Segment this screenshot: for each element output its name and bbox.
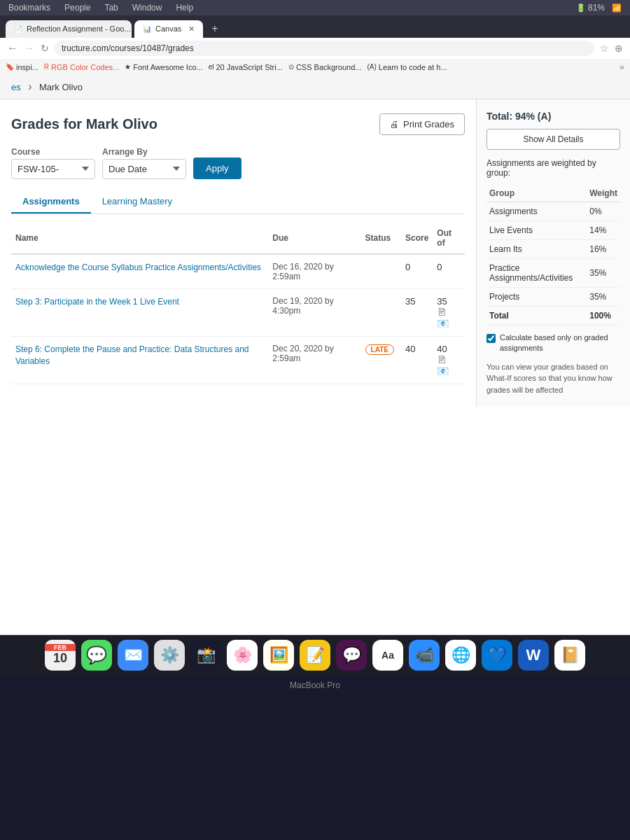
action-icons-2: 🖹 📧 bbox=[437, 354, 461, 377]
dock-word[interactable]: W bbox=[518, 640, 549, 671]
cell-score-0: 0 bbox=[401, 254, 433, 289]
show-all-details-button[interactable]: Show All Details bbox=[486, 129, 620, 150]
breadcrumb-parent[interactable]: es bbox=[11, 82, 21, 92]
dock-screenshot[interactable]: 📸 bbox=[190, 640, 221, 671]
forward-icon[interactable]: → bbox=[24, 42, 35, 55]
cell-due-0: Dec 16, 2020 by 2:59am bbox=[268, 254, 360, 289]
main-area: Grades for Mark Olivo 🖨 Print Grades Cou… bbox=[0, 99, 476, 407]
printer-icon: 🖨 bbox=[390, 119, 399, 130]
course-select[interactable]: FSW-105- bbox=[11, 159, 95, 179]
assignment-link-1[interactable]: Step 3: Participate in the Week 1 Live E… bbox=[15, 297, 179, 307]
weight-group-1: Live Events bbox=[486, 221, 587, 240]
bookmark-2[interactable]: ★ Font Awesome Ico... bbox=[125, 63, 202, 71]
dock-photos2[interactable]: 🖼️ bbox=[263, 640, 294, 671]
late-badge-2: LATE bbox=[365, 344, 394, 355]
arrange-filter-label: Arrange By bbox=[102, 147, 186, 157]
dock-vscode[interactable]: 💙 bbox=[482, 640, 512, 671]
dock-chrome[interactable]: 🌐 bbox=[445, 640, 476, 671]
bookmark-icon-2: ★ bbox=[125, 63, 131, 71]
dock-slack[interactable]: 💬 bbox=[336, 640, 367, 671]
tab-learning-mastery[interactable]: Learning Mastery bbox=[91, 190, 183, 214]
tab-close-1[interactable]: ✕ bbox=[188, 24, 195, 34]
zoom-icon[interactable]: ⊕ bbox=[615, 43, 623, 54]
bookmarks-more-icon[interactable]: » bbox=[620, 62, 624, 72]
print-grades-button[interactable]: 🖨 Print Grades bbox=[379, 113, 465, 135]
bookmark-3[interactable]: el 20 JavaScript Stri... bbox=[209, 63, 283, 71]
bookmark-5[interactable]: (A) Learn to code at h... bbox=[367, 63, 447, 71]
address-input[interactable] bbox=[55, 41, 594, 56]
assignment-link-2[interactable]: Step 6: Complete the Pause and Practice:… bbox=[15, 344, 249, 366]
star-icon[interactable]: ☆ bbox=[600, 43, 609, 54]
dock-notes2[interactable]: 📔 bbox=[554, 640, 585, 671]
breadcrumb-current: Mark Olivo bbox=[39, 82, 83, 92]
weight-table-row: Projects 35% bbox=[486, 288, 620, 307]
weight-table-row: Total 100% bbox=[486, 307, 620, 326]
dock-fonts[interactable]: Aa bbox=[372, 640, 403, 671]
macbook-label: MacBook Pro bbox=[290, 680, 340, 690]
weight-value-1: 14% bbox=[587, 221, 620, 240]
weight-value-0: 0% bbox=[587, 202, 620, 221]
calculate-checkbox[interactable] bbox=[486, 334, 496, 343]
weight-table-row: Learn Its 16% bbox=[486, 240, 620, 259]
bookmark-0[interactable]: 🔖 inspi... bbox=[6, 63, 38, 71]
title-row: Grades for Mark Olivo 🖨 Print Grades bbox=[11, 113, 465, 135]
weight-value-5: 100% bbox=[587, 307, 620, 326]
filter-row: Course FSW-105- Arrange By Due Date Appl… bbox=[11, 146, 465, 179]
menu-help[interactable]: Help bbox=[176, 3, 193, 13]
bookmark-label-4: CSS Background... bbox=[296, 63, 362, 71]
right-sidebar: Total: 94% (A) Show All Details Assignme… bbox=[476, 99, 630, 407]
bookmark-label-3: 20 JavaScript Stri... bbox=[216, 63, 283, 71]
cell-status-2: LATE bbox=[361, 337, 401, 384]
dock-system-prefs[interactable]: ⚙️ bbox=[154, 640, 185, 671]
page-content: Grades for Mark Olivo 🖨 Print Grades Cou… bbox=[0, 99, 630, 407]
table-row: Step 6: Complete the Pause and Practice:… bbox=[11, 337, 465, 384]
apply-button[interactable]: Apply bbox=[193, 158, 241, 179]
menu-bookmarks[interactable]: Bookmarks bbox=[8, 3, 50, 13]
assignment-link-0[interactable]: Acknowledge the Course Syllabus Practice… bbox=[15, 262, 261, 272]
new-tab-button[interactable]: + bbox=[206, 20, 223, 38]
arrange-filter-group: Arrange By Due Date bbox=[102, 147, 186, 179]
bookmark-icon-4: ⊙ bbox=[288, 63, 294, 71]
dock-messages[interactable]: 💬 bbox=[81, 640, 112, 671]
dock-calendar[interactable]: FEB 10 bbox=[45, 640, 76, 671]
weight-col-weight: Weight bbox=[587, 185, 620, 202]
weight-value-3: 35% bbox=[587, 259, 620, 288]
bookmark-label-5: Learn to code at h... bbox=[379, 63, 447, 71]
tab-label-0: Reflection Assignment - Goo... bbox=[27, 24, 131, 33]
dock-photos[interactable]: 🌸 bbox=[227, 640, 258, 671]
weight-value-4: 35% bbox=[587, 288, 620, 307]
tab-0[interactable]: 📄 Reflection Assignment - Goo... ✕ bbox=[6, 20, 132, 38]
dock-zoom[interactable]: 📹 bbox=[409, 640, 440, 671]
menu-people[interactable]: People bbox=[64, 3, 90, 13]
browser-chrome: Bookmarks People Tab Window Help 🔋 81% 📶… bbox=[0, 0, 630, 75]
course-filter-group: Course FSW-105- bbox=[11, 147, 95, 179]
bookmark-4[interactable]: ⊙ CSS Background... bbox=[288, 63, 362, 71]
bookmark-1[interactable]: R RGB Color Codes... bbox=[44, 63, 119, 71]
tab-favicon-1: 📊 bbox=[143, 25, 151, 33]
cell-score-2: 40 bbox=[401, 337, 433, 384]
tab-assignments[interactable]: Assignments bbox=[11, 190, 91, 214]
weight-group-5: Total bbox=[486, 307, 587, 326]
tab-label-1: Canvas bbox=[155, 24, 181, 33]
dock-notes-sticky[interactable]: 📝 bbox=[300, 640, 330, 671]
col-header-status: Status bbox=[361, 223, 401, 254]
macbook-bar: MacBook Pro bbox=[0, 675, 630, 696]
dock-mail[interactable]: ✉️ bbox=[118, 640, 148, 671]
action-icons-1: 🖹 📧 bbox=[437, 307, 461, 329]
cell-name-2: Step 6: Complete the Pause and Practice:… bbox=[11, 337, 268, 384]
arrange-select[interactable]: Due Date bbox=[102, 159, 186, 179]
battery-icon: 🔋 81% bbox=[576, 3, 605, 13]
menu-window[interactable]: Window bbox=[132, 3, 162, 13]
back-icon[interactable]: ← bbox=[7, 42, 18, 55]
bookmark-label-2: Font Awesome Ico... bbox=[133, 63, 202, 71]
col-header-due: Due bbox=[268, 223, 360, 254]
page-title: Grades for Mark Olivo bbox=[11, 116, 368, 132]
tab-1[interactable]: 📊 Canvas ✕ bbox=[134, 20, 203, 38]
cell-due-1: Dec 19, 2020 by 4:30pm bbox=[268, 289, 360, 337]
calculate-label: Calculate based only on graded assignmen… bbox=[500, 332, 620, 354]
weight-table-row: Live Events 14% bbox=[486, 221, 620, 240]
menu-tab[interactable]: Tab bbox=[104, 3, 118, 13]
cell-outof-0: 0 bbox=[433, 254, 465, 289]
reload-icon[interactable]: ↻ bbox=[41, 43, 49, 54]
cell-name-0: Acknowledge the Course Syllabus Practice… bbox=[11, 254, 268, 289]
